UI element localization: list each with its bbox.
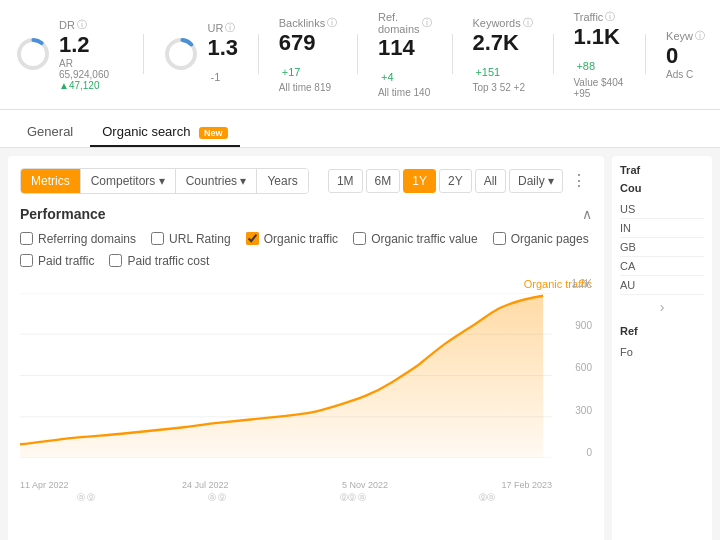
x-axis-icons: ⓐ ⓖ ⓐ ⓖ ⓖⓖ ⓐ ⓖⓐ — [20, 492, 592, 503]
organic-pages-checkbox[interactable] — [493, 232, 506, 245]
keyw2-sub: Ads C — [666, 69, 705, 80]
stat-keywords: Keywords ⓘ 2.7K +151 Top 3 52 +2 — [472, 16, 532, 94]
stat-ref-domains: Ref. domains ⓘ 114 +4 All time 140 — [378, 11, 432, 99]
backlinks-value: 679 +17 — [279, 30, 337, 83]
ref-domains-value: 114 +4 — [378, 35, 432, 88]
right-countries-title: Cou — [620, 182, 704, 194]
tab-general[interactable]: General — [15, 118, 85, 147]
right-country-ca[interactable]: CA — [620, 257, 704, 276]
chart-area: Organic traffic 1.2K 900 600 300 0 — [20, 278, 592, 478]
time-buttons: 1M 6M 1Y 2Y All Daily ▾ ⋮ — [328, 169, 592, 193]
stat-backlinks: Backlinks ⓘ 679 +17 All time 819 — [279, 16, 337, 94]
organic-traffic-checkbox[interactable] — [246, 232, 259, 245]
url-rating-checkbox[interactable] — [151, 232, 164, 245]
toolbar: Metrics Competitors ▾ Countries ▾ Years … — [20, 168, 592, 194]
right-panel: Traf Cou US IN GB CA AU › Ref Fo — [612, 156, 712, 540]
performance-header: Performance ∧ — [20, 206, 592, 222]
right-country-in[interactable]: IN — [620, 219, 704, 238]
checkbox-organic-pages[interactable]: Organic pages — [493, 232, 589, 246]
competitors-button[interactable]: Competitors ▾ — [81, 169, 176, 193]
keywords-sub: Top 3 52 +2 — [472, 82, 532, 93]
tab-badge-new: New — [199, 127, 228, 139]
stat-ur: UR ⓘ 1.3 -1 — [163, 21, 238, 88]
dr-label: DR ⓘ — [59, 18, 123, 32]
tab-organic-search[interactable]: Organic search New — [90, 118, 239, 147]
right-ref-section: Ref Fo — [620, 325, 704, 361]
checkbox-url-rating[interactable]: URL Rating — [151, 232, 231, 246]
traffic-sub: Value $404 +95 — [573, 77, 625, 99]
daily-dropdown[interactable]: Daily ▾ — [509, 169, 563, 193]
referring-domains-checkbox[interactable] — [20, 232, 33, 245]
stat-keyw2: Keyw ⓘ 0 Ads C — [666, 29, 705, 80]
more-options-button[interactable]: ⋮ — [566, 169, 592, 192]
tabs-row: General Organic search New — [0, 110, 720, 148]
checkbox-paid-traffic[interactable]: Paid traffic — [20, 254, 94, 268]
paid-traffic-checkbox[interactable] — [20, 254, 33, 267]
collapse-icon[interactable]: ∧ — [582, 206, 592, 222]
backlinks-sub: All time 819 — [279, 82, 337, 93]
performance-section: Performance ∧ Referring domains URL Rati… — [20, 206, 592, 268]
y-axis: 1.2K 900 600 300 0 — [557, 278, 592, 458]
checkboxes: Referring domains URL Rating Organic tra… — [20, 232, 592, 268]
x-axis-labels: 11 Apr 2022 24 Jul 2022 5 Nov 2022 17 Fe… — [20, 480, 592, 490]
time-1y[interactable]: 1Y — [403, 169, 436, 193]
main-content: Metrics Competitors ▾ Countries ▾ Years … — [0, 148, 720, 540]
time-6m[interactable]: 6M — [366, 169, 401, 193]
checkbox-paid-traffic-cost[interactable]: Paid traffic cost — [109, 254, 209, 268]
dr-sub: AR 65,924,060 ▲47,120 — [59, 58, 123, 91]
left-panel: Metrics Competitors ▾ Countries ▾ Years … — [8, 156, 604, 540]
right-ref-fo[interactable]: Fo — [620, 343, 704, 361]
metrics-button[interactable]: Metrics — [21, 169, 81, 193]
keyw2-label: Keyw ⓘ — [666, 29, 705, 43]
backlinks-label: Backlinks ⓘ — [279, 16, 337, 30]
ref-domains-label: Ref. domains ⓘ — [378, 11, 432, 35]
right-chevron[interactable]: › — [620, 299, 704, 315]
time-1m[interactable]: 1M — [328, 169, 363, 193]
checkbox-referring-domains[interactable]: Referring domains — [20, 232, 136, 246]
organic-traffic-value-checkbox[interactable] — [353, 232, 366, 245]
time-all[interactable]: All — [475, 169, 506, 193]
traffic-value: 1.1K +88 — [573, 24, 625, 77]
right-ref-title: Ref — [620, 325, 704, 337]
years-button[interactable]: Years — [257, 169, 307, 193]
stat-dr: DR ⓘ 1.2 AR 65,924,060 ▲47,120 — [15, 18, 123, 91]
checkbox-organic-traffic-value[interactable]: Organic traffic value — [353, 232, 478, 246]
keywords-label: Keywords ⓘ — [472, 16, 532, 30]
right-country-gb[interactable]: GB — [620, 238, 704, 257]
ur-label: UR ⓘ — [207, 21, 238, 35]
ref-domains-sub: All time 140 — [378, 87, 432, 98]
countries-button[interactable]: Countries ▾ — [176, 169, 258, 193]
keywords-value: 2.7K +151 — [472, 30, 532, 83]
performance-title: Performance — [20, 206, 106, 222]
keyw2-value: 0 — [666, 43, 705, 69]
traffic-label: Traffic ⓘ — [573, 10, 625, 24]
btn-group-metrics: Metrics Competitors ▾ Countries ▾ Years — [20, 168, 309, 194]
top-stats-bar: DR ⓘ 1.2 AR 65,924,060 ▲47,120 UR ⓘ 1.3 … — [0, 0, 720, 110]
chart-svg-wrap — [20, 293, 552, 458]
checkbox-organic-traffic[interactable]: Organic traffic — [246, 232, 338, 246]
ur-value: 1.3 -1 — [207, 35, 238, 88]
dr-value: 1.2 — [59, 32, 123, 58]
stat-traffic: Traffic ⓘ 1.1K +88 Value $404 +95 — [573, 10, 625, 99]
right-country-us[interactable]: US — [620, 200, 704, 219]
right-traffic-title: Traf — [620, 164, 704, 176]
time-2y[interactable]: 2Y — [439, 169, 472, 193]
paid-traffic-cost-checkbox[interactable] — [109, 254, 122, 267]
right-country-au[interactable]: AU — [620, 276, 704, 295]
